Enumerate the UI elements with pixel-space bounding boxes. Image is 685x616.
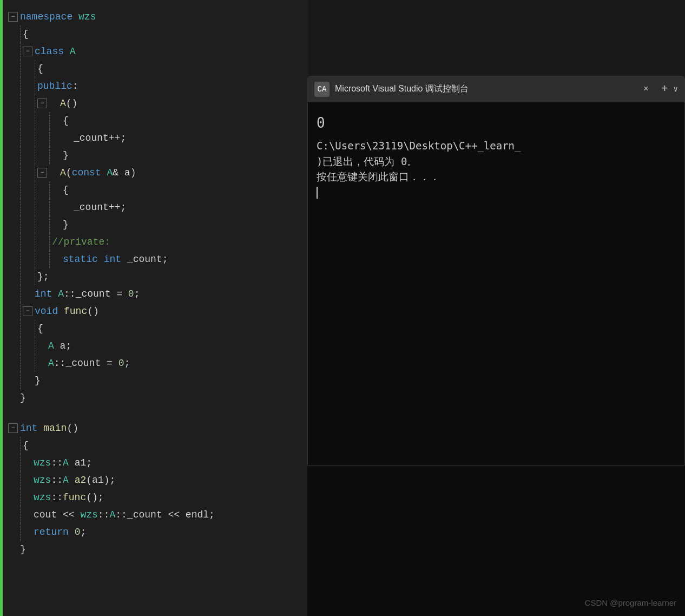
code-line: − int main(): [8, 420, 303, 437]
terminal-titlebar: CA Microsoft Visual Studio 调试控制台 × + ∨: [308, 76, 684, 102]
terminal-chevron-button[interactable]: ∨: [674, 84, 678, 94]
code-line: }: [8, 147, 303, 164]
fold-icon[interactable]: −: [37, 99, 47, 108]
fold-icon[interactable]: −: [8, 423, 18, 433]
terminal-path-line2: )已退出，代码为 0。: [317, 155, 417, 167]
code-line: − class A: [8, 43, 303, 60]
code-line: static int _count;: [8, 251, 303, 268]
code-line: public:: [8, 77, 303, 95]
code-line: {: [8, 25, 303, 43]
code-line: {: [8, 320, 303, 337]
terminal-close-button[interactable]: ×: [639, 82, 653, 96]
code-line: };: [8, 268, 303, 285]
fold-icon[interactable]: −: [23, 47, 32, 56]
code-line: − A(const A& a): [8, 164, 303, 181]
right-dark-top: [308, 0, 685, 76]
terminal-path-line1: C:\Users\23119\Desktop\C++_learn_: [317, 140, 521, 152]
code-line: wzs::A a1;: [8, 454, 303, 471]
kw-namespace: namespace: [20, 8, 78, 25]
fold-icon[interactable]: −: [8, 12, 18, 22]
fold-icon[interactable]: −: [23, 306, 32, 316]
code-line: − namespace wzs: [8, 8, 303, 25]
code-line: {: [8, 112, 303, 129]
fold-icon[interactable]: −: [37, 168, 47, 178]
terminal-add-button[interactable]: +: [662, 83, 668, 95]
terminal-title: Microsoft Visual Studio 调试控制台: [335, 83, 639, 95]
code-line: }: [8, 541, 303, 558]
code-line: − A(): [8, 95, 303, 112]
code-line: _count++;: [8, 199, 303, 216]
terminal-body: 0 C:\Users\23119\Desktop\C++_learn_ )已退出…: [308, 102, 684, 211]
terminal-path: C:\Users\23119\Desktop\C++_learn_ )已退出，代…: [317, 138, 676, 200]
code-line: A::_count = 0;: [8, 355, 303, 372]
watermark: CSDN @program-learner: [585, 598, 676, 607]
code-content: − namespace wzs { − class A {: [3, 0, 308, 616]
code-line: }: [8, 389, 303, 407]
code-line: cout << wzs::A::_count << endl;: [8, 506, 303, 523]
code-line: //private:: [8, 233, 303, 251]
code-line: _count++;: [8, 129, 303, 147]
code-line: }: [8, 372, 303, 389]
code-editor: − namespace wzs { − class A {: [0, 0, 308, 616]
terminal-cursor: [317, 187, 318, 199]
terminal-icon-text: CA: [318, 85, 327, 94]
terminal-icon: CA: [314, 82, 330, 97]
code-line: wzs::A a2(a1);: [8, 471, 303, 489]
code-line: int A::_count = 0;: [8, 285, 303, 303]
code-line: return 0;: [8, 523, 303, 541]
code-line: A a;: [8, 337, 303, 355]
code-line: }: [8, 216, 303, 233]
terminal-output-zero: 0: [317, 113, 676, 133]
code-line: {: [8, 60, 303, 77]
code-line: {: [8, 181, 303, 199]
terminal-close-msg: 按任意键关闭此窗口．．．: [317, 171, 440, 182]
code-line: − void func(): [8, 303, 303, 320]
code-line: {: [8, 437, 303, 454]
kw-wzs: wzs: [78, 8, 96, 25]
terminal-window[interactable]: CA Microsoft Visual Studio 调试控制台 × + ∨ 0…: [307, 76, 685, 466]
code-line: wzs::func();: [8, 489, 303, 506]
right-dark-bottom: [307, 466, 685, 616]
